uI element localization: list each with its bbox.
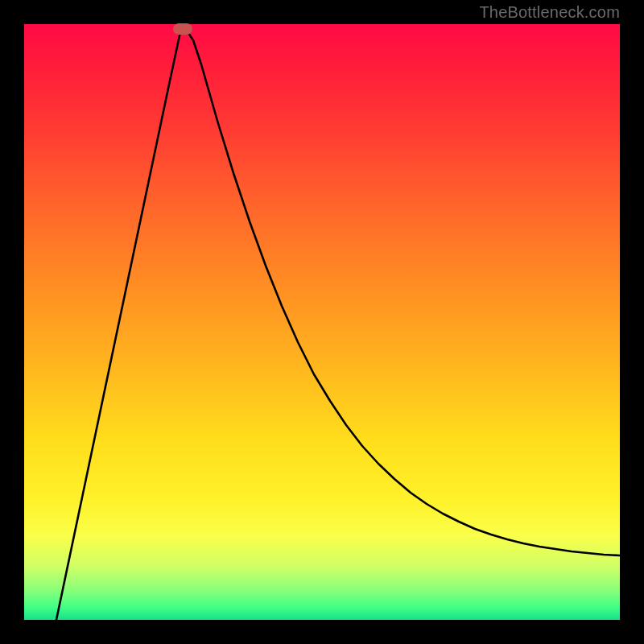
watermark-text: TheBottleneck.com xyxy=(479,3,620,22)
plot-area xyxy=(24,24,620,620)
minimum-marker xyxy=(173,23,192,35)
bottleneck-curve-path xyxy=(56,28,620,620)
curve-svg xyxy=(24,24,620,620)
chart-frame: TheBottleneck.com xyxy=(0,0,644,644)
